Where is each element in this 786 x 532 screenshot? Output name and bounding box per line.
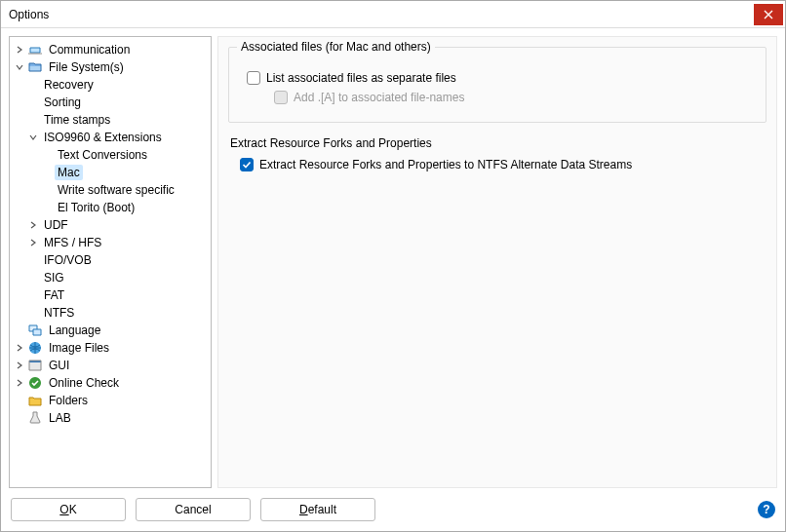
tree-item-text-conversions[interactable]: Text Conversions [41, 146, 209, 164]
tree-item-fat[interactable]: FAT [27, 286, 209, 304]
chevron-down-icon[interactable] [27, 132, 39, 143]
cancel-button[interactable]: Cancel [136, 498, 251, 521]
tree-item-label: NTFS [41, 305, 77, 321]
button-bar: OK Cancel Default ? [1, 492, 785, 531]
tree-item-mac[interactable]: Mac [41, 164, 209, 181]
ok-button[interactable]: OK [11, 498, 126, 521]
tree-item-time-stamps[interactable]: Time stamps [27, 111, 209, 129]
folder-icon [27, 393, 43, 408]
chevron-right-icon[interactable] [27, 219, 39, 231]
help-button[interactable]: ? [758, 501, 775, 518]
tree-item-lab[interactable]: LAB [14, 409, 209, 427]
tree-item-write-software-specific[interactable]: Write software specific [41, 181, 209, 199]
close-icon [764, 10, 773, 19]
checkbox-extract-forks-box[interactable] [240, 158, 254, 171]
tree-item-ifo-vob[interactable]: IFO/VOB [27, 251, 209, 269]
tree-item-online-check[interactable]: Online Check [14, 374, 209, 392]
tree-item-label: File System(s) [46, 59, 127, 75]
tree-item-sorting[interactable]: Sorting [27, 94, 209, 111]
window-title: Options [9, 8, 754, 21]
tree-item-image-files[interactable]: Image Files [14, 339, 209, 357]
tree-item-language[interactable]: Language [14, 322, 209, 339]
tree-item-label: Online Check [46, 375, 122, 391]
tree-item-label: MFS / HFS [41, 235, 104, 250]
img-icon [27, 340, 43, 356]
checkbox-list-associated-box[interactable] [247, 71, 260, 85]
chevron-down-icon[interactable] [14, 61, 25, 73]
tree-item-label: LAB [46, 410, 74, 426]
tree-item-udf[interactable]: UDF [27, 216, 209, 234]
checkbox-list-associated-label: List associated files as separate files [266, 71, 456, 85]
checkbox-extract-forks-label: Extract Resource Forks and Properties to… [259, 158, 632, 171]
online-icon [27, 375, 43, 391]
group-associated-legend: Associated files (for Mac and others) [237, 40, 435, 54]
lang-icon [27, 323, 43, 338]
chevron-right-icon[interactable] [14, 342, 25, 354]
tree-item-label: FAT [41, 287, 67, 303]
checkbox-list-associated[interactable]: List associated files as separate files [247, 71, 754, 85]
tree-item-file-system-s[interactable]: File System(s) [14, 58, 209, 76]
tree-item-label: GUI [46, 358, 72, 373]
content-pane: Associated files (for Mac and others) Li… [217, 36, 777, 488]
tree-item-label: ISO9960 & Extensions [41, 130, 165, 145]
tree-item-label: Time stamps [41, 112, 113, 128]
tree-item-label: Sorting [41, 95, 84, 110]
tree-pane[interactable]: CommunicationFile System(s)RecoverySorti… [9, 36, 212, 488]
options-tree: CommunicationFile System(s)RecoverySorti… [12, 41, 209, 427]
tree-item-label: Text Conversions [55, 147, 150, 163]
tree-item-label: IFO/VOB [41, 252, 95, 268]
tree-item-mfs-hfs[interactable]: MFS / HFS [27, 234, 209, 251]
dialog-body: CommunicationFile System(s)RecoverySorti… [1, 28, 785, 492]
chevron-right-icon[interactable] [27, 237, 39, 248]
chevron-right-icon[interactable] [14, 44, 25, 56]
fs-icon [27, 59, 43, 75]
checkbox-add-a-suffix-label: Add .[A] to associated file-names [294, 91, 464, 104]
tree-item-gui[interactable]: GUI [14, 357, 209, 374]
comm-icon [27, 42, 43, 57]
checkbox-extract-forks[interactable]: Extract Resource Forks and Properties to… [240, 158, 766, 171]
close-button[interactable] [754, 4, 783, 25]
checkbox-add-a-suffix-box [274, 91, 288, 104]
tree-item-iso9960-extensions[interactable]: ISO9960 & Extensions [27, 129, 209, 146]
tree-item-label: Image Files [46, 340, 112, 356]
tree-item-ntfs[interactable]: NTFS [27, 304, 209, 322]
lab-icon [27, 410, 43, 426]
tree-item-sig[interactable]: SIG [27, 269, 209, 286]
chevron-right-icon[interactable] [14, 360, 25, 371]
tree-item-folders[interactable]: Folders [14, 392, 209, 409]
tree-item-label: Folders [46, 393, 91, 408]
tree-item-el-torito-boot[interactable]: El Torito (Boot) [41, 199, 209, 216]
tree-item-label: Recovery [41, 77, 97, 93]
tree-item-label: UDF [41, 217, 71, 233]
tree-item-label: Mac [55, 165, 83, 180]
chevron-right-icon[interactable] [14, 377, 25, 389]
section-extract-label: Extract Resource Forks and Properties [230, 136, 766, 150]
default-button[interactable]: Default [260, 498, 375, 521]
tree-item-label: SIG [41, 270, 67, 285]
tree-item-label: El Torito (Boot) [55, 200, 138, 215]
titlebar: Options [1, 1, 785, 28]
tree-item-communication[interactable]: Communication [14, 41, 209, 58]
gui-icon [27, 358, 43, 373]
tree-item-recovery[interactable]: Recovery [27, 76, 209, 94]
tree-item-label: Write software specific [55, 182, 177, 198]
tree-item-label: Language [46, 323, 103, 338]
checkbox-add-a-suffix: Add .[A] to associated file-names [274, 91, 754, 104]
group-associated-files: Associated files (for Mac and others) Li… [228, 47, 766, 123]
tree-item-label: Communication [46, 42, 133, 57]
